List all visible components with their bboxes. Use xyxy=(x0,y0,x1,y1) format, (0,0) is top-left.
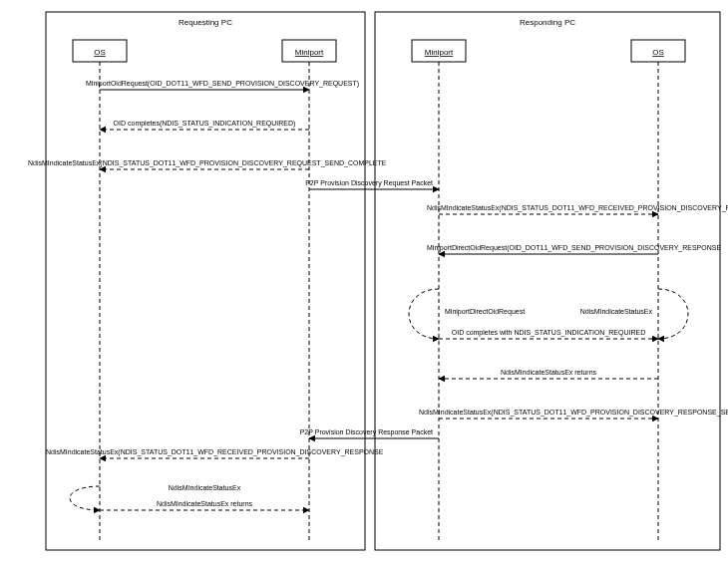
label-m7: OID completes with NDIS_STATUS_INDICATIO… xyxy=(452,329,645,337)
label-m10: P2P Provision Discovery Response Packet xyxy=(300,428,433,436)
label-m6b: NdisMIndicateStatusEx xyxy=(580,308,653,315)
lifeline-resp-os-label: OS xyxy=(652,48,664,57)
lifeline-req-os-label: OS xyxy=(94,48,106,57)
label-m8: NdisMIndicateStatusEx returns xyxy=(501,369,597,376)
label-m9: NdisMIndicateStatusEx(NDIS_STATUS_DOT11_… xyxy=(419,409,728,417)
responding-pc-title: Responding PC xyxy=(520,18,575,27)
label-m11b: NdisMIndicateStatusEx returns xyxy=(157,500,253,507)
label-m2: OID completes(NDIS_STATUS_INDICATION_REQ… xyxy=(114,120,296,128)
label-m6: MiniportDirectOidRequest(OID_DOT11_WFD_S… xyxy=(427,244,721,252)
label-m11a: NdisMIndicateStatusEx xyxy=(169,484,241,491)
label-m5: NdisMIndicateStatusEx(NDIS_STATUS_DOT11_… xyxy=(427,204,728,212)
lifeline-req-mp-label: Miniport xyxy=(295,48,324,57)
requesting-pc-box xyxy=(46,12,365,550)
lifeline-resp-mp-label: Miniport xyxy=(425,48,454,57)
label-m6a: MiniportDirectOidRequest xyxy=(445,308,525,316)
responding-pc-box xyxy=(375,12,720,550)
label-m1: MiniportOidRequest(OID_DOT11_WFD_SEND_PR… xyxy=(86,80,359,88)
label-m3: NdisMIndicateStatusEx(NDIS_STATUS_DOT11_… xyxy=(28,159,387,167)
label-m11: NdisMIndicateStatusEx(NDIS_STATUS_DOT11_… xyxy=(46,448,384,456)
label-m4: P2P Provision Discovery Request Packet xyxy=(305,179,433,187)
requesting-pc-title: Requesting PC xyxy=(179,18,232,27)
